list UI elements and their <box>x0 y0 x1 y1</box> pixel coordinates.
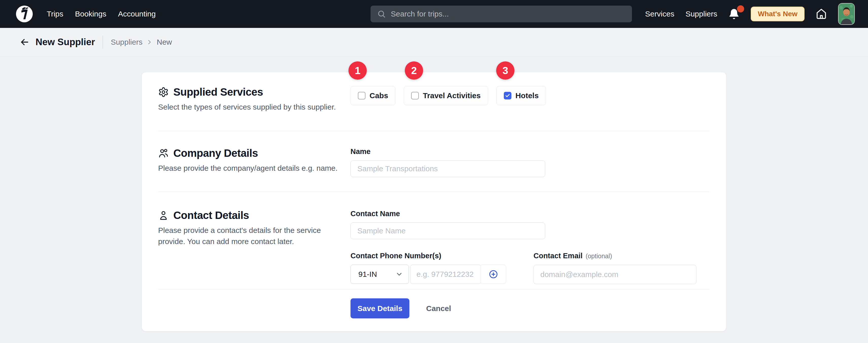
search-input[interactable] <box>390 9 625 19</box>
breadcrumb: Suppliers New <box>111 38 172 46</box>
breadcrumb-suppliers[interactable]: Suppliers <box>111 38 143 46</box>
navbar-right: Services Suppliers What's New <box>645 3 855 25</box>
annotation-badge-1: 1 <box>348 61 367 80</box>
contact-user-icon <box>158 210 169 221</box>
checkbox-hotels[interactable]: Hotels <box>496 86 546 105</box>
company-details-description: Please provide the company/agent details… <box>158 163 343 174</box>
cabs-checkbox-box <box>358 92 366 99</box>
contact-name-label: Contact Name <box>350 209 709 218</box>
phone-country-value: 91-IN <box>359 270 377 279</box>
supplied-services-title: Supplied Services <box>173 86 263 98</box>
nav-item-services[interactable]: Services <box>645 10 674 18</box>
checkbox-cabs[interactable]: Cabs <box>350 86 396 105</box>
save-details-button[interactable]: Save Details <box>350 298 409 318</box>
contact-phone-label: Contact Phone Number(s) <box>350 251 506 260</box>
contact-email-input[interactable] <box>533 265 696 284</box>
add-phone-button[interactable] <box>481 264 506 284</box>
supplied-services-section: Supplied Services Select the types of se… <box>142 72 726 131</box>
chevron-right-icon <box>146 38 153 46</box>
hotels-checkbox-box <box>504 92 512 99</box>
breadcrumb-new: New <box>157 38 172 46</box>
chevron-down-icon <box>396 271 403 278</box>
company-details-section: Company Details Please provide the compa… <box>142 131 726 191</box>
contact-name-input[interactable] <box>350 222 545 239</box>
company-name-label: Name <box>350 147 709 156</box>
new-supplier-form-card: 1 2 3 Supplied Services Select the types… <box>142 72 726 331</box>
page-title: New Supplier <box>35 37 95 48</box>
back-button[interactable] <box>19 37 30 48</box>
back-arrow-icon <box>19 37 30 48</box>
global-search[interactable] <box>371 6 632 22</box>
whats-new-button[interactable]: What's New <box>751 7 805 21</box>
plus-circle-icon <box>488 269 498 279</box>
cabs-label: Cabs <box>370 91 388 100</box>
cancel-button[interactable]: Cancel <box>426 304 451 313</box>
page-header: New Supplier Suppliers New <box>0 28 868 56</box>
main-content: 1 2 3 Supplied Services Select the types… <box>0 56 868 331</box>
search-icon <box>377 10 386 18</box>
primary-nav: Trips Bookings Accounting <box>47 10 156 18</box>
gear-icon <box>158 87 169 97</box>
contact-phone-input[interactable] <box>410 264 481 284</box>
top-navbar: Trips Bookings Accounting Services Suppl… <box>0 0 868 28</box>
contact-details-title: Contact Details <box>173 209 249 221</box>
form-actions-section: Save Details Cancel <box>142 289 726 331</box>
brand-logo-icon[interactable] <box>16 5 33 23</box>
contact-email-label-text: Contact Email <box>533 251 583 260</box>
company-details-title: Company Details <box>173 147 258 159</box>
notifications-button[interactable] <box>728 8 740 20</box>
phone-field-group: Contact Phone Number(s) 91-IN <box>350 251 506 284</box>
notification-dot <box>737 5 744 12</box>
company-name-input[interactable] <box>350 160 545 177</box>
check-icon <box>505 93 510 98</box>
annotation-badge-2: 2 <box>405 61 423 80</box>
nav-item-accounting[interactable]: Accounting <box>118 10 156 18</box>
contact-details-description: Please provide a contact's details for t… <box>158 225 343 247</box>
supplied-services-description: Select the types of services supplied by… <box>158 101 343 113</box>
contact-email-optional-text: (optional) <box>586 252 612 260</box>
travel-activities-checkbox-box <box>411 92 419 99</box>
home-button[interactable] <box>816 8 827 20</box>
hotels-label: Hotels <box>516 91 539 100</box>
contact-details-section: Contact Details Please provide a contact… <box>142 191 726 289</box>
company-users-icon <box>158 148 169 159</box>
header-divider <box>102 35 103 49</box>
nav-item-trips[interactable]: Trips <box>47 10 63 18</box>
nav-item-bookings[interactable]: Bookings <box>75 10 106 18</box>
service-options: Cabs Travel Activities Hotels <box>350 86 709 105</box>
travel-activities-label: Travel Activities <box>423 91 480 100</box>
nav-item-suppliers[interactable]: Suppliers <box>685 10 717 18</box>
contact-email-label: Contact Email (optional) <box>533 251 696 260</box>
home-icon <box>816 8 827 20</box>
checkbox-travel-activities[interactable]: Travel Activities <box>404 86 488 105</box>
email-field-group: Contact Email (optional) <box>533 251 696 284</box>
annotation-badge-3: 3 <box>496 61 515 80</box>
phone-country-select[interactable]: 91-IN <box>350 264 409 284</box>
user-avatar[interactable] <box>838 3 855 25</box>
